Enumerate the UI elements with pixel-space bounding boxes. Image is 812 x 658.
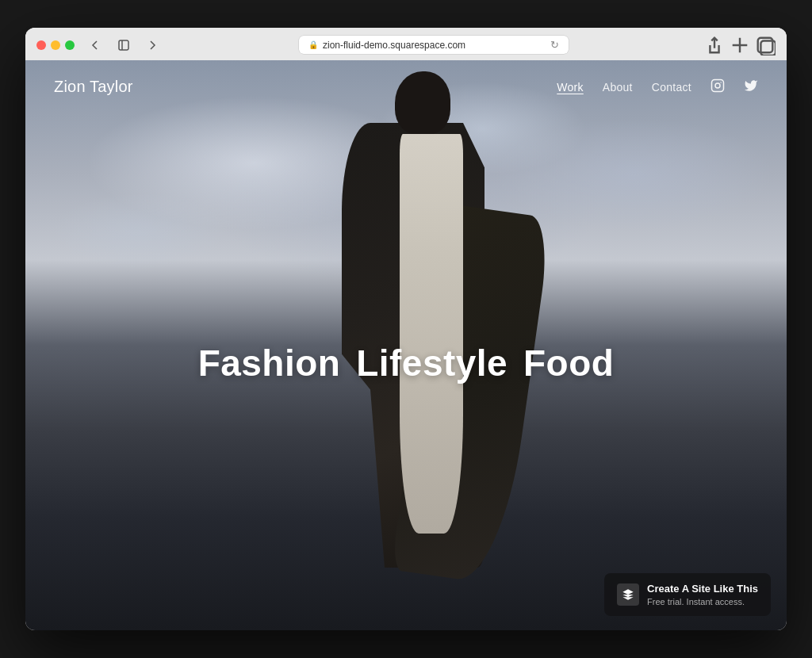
figure-inner-garment [400, 134, 463, 533]
forward-button[interactable] [141, 36, 163, 54]
address-bar[interactable]: 🔒 zion-fluid-demo.squarespace.com ↻ [299, 36, 569, 54]
site-header: Zion Taylor Work About Contact [25, 60, 787, 113]
share-button[interactable] [704, 36, 725, 54]
fullscreen-button[interactable] [65, 40, 75, 50]
sidebar-toggle-button[interactable] [113, 36, 135, 54]
website-content: Zion Taylor Work About Contact [25, 60, 787, 630]
cta-text-block: Create A Site Like This Free trial. Inst… [647, 583, 758, 606]
browser-actions [704, 36, 776, 54]
cta-main-text: Create A Site Like This [647, 583, 758, 596]
lock-icon: 🔒 [308, 40, 318, 49]
svg-rect-0 [119, 40, 128, 50]
minimize-button[interactable] [51, 40, 60, 50]
browser-controls [84, 36, 163, 54]
reload-icon[interactable]: ↻ [550, 39, 559, 51]
hero-tagline: Fashion Lifestyle Food [198, 341, 615, 384]
site-nav: Work About Contact [557, 78, 758, 96]
svg-point-8 [715, 83, 720, 88]
nav-work[interactable]: Work [557, 81, 584, 94]
svg-point-9 [720, 82, 722, 83]
browser-chrome: 🔒 zion-fluid-demo.squarespace.com ↻ [25, 28, 787, 60]
nav-contact[interactable]: Contact [652, 81, 691, 94]
url-text: zion-fluid-demo.squarespace.com [323, 40, 465, 51]
twitter-icon[interactable] [744, 78, 758, 96]
tabs-button[interactable] [755, 36, 776, 54]
svg-rect-7 [712, 79, 724, 91]
cta-banner[interactable]: Create A Site Like This Free trial. Inst… [604, 573, 771, 616]
traffic-lights [36, 40, 75, 50]
browser-window: 🔒 zion-fluid-demo.squarespace.com ↻ [25, 28, 787, 630]
tagline-lifestyle[interactable]: Lifestyle [356, 341, 508, 384]
nav-about[interactable]: About [603, 81, 633, 94]
cta-sub-text: Free trial. Instant access. [647, 597, 758, 606]
tagline-food[interactable]: Food [523, 341, 614, 384]
site-logo[interactable]: Zion Taylor [54, 78, 133, 96]
new-tab-button[interactable] [730, 36, 750, 54]
back-button[interactable] [84, 36, 106, 54]
tagline-fashion[interactable]: Fashion [198, 341, 341, 384]
close-button[interactable] [36, 40, 46, 50]
instagram-icon[interactable] [710, 78, 725, 96]
address-bar-wrap: 🔒 zion-fluid-demo.squarespace.com ↻ [173, 36, 695, 54]
squarespace-icon [617, 583, 639, 606]
